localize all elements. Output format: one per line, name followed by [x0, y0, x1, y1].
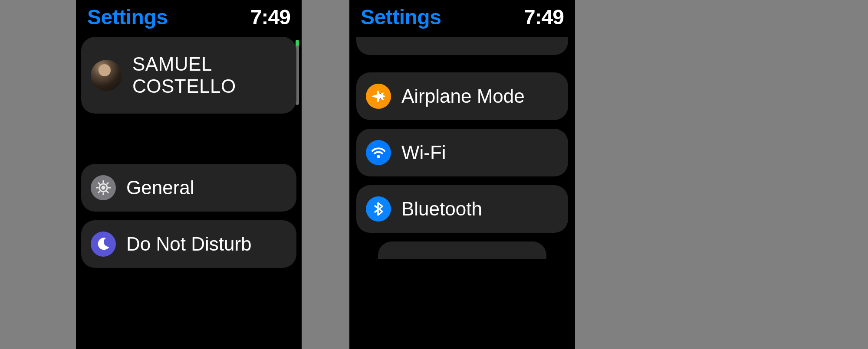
- list-item-peek-top[interactable]: [356, 37, 568, 55]
- svg-line-8: [107, 183, 109, 185]
- item-label: Do Not Disturb: [126, 233, 252, 255]
- scrollbar-thumb[interactable]: [296, 40, 299, 46]
- settings-list: Airplane Mode Wi-Fi Bluetooth: [349, 37, 575, 259]
- avatar: [91, 60, 122, 91]
- item-label: Bluetooth: [401, 198, 482, 220]
- profile-card[interactable]: SAMUEL COSTELLO: [81, 37, 296, 114]
- header-title[interactable]: Settings: [87, 5, 168, 29]
- svg-line-9: [98, 191, 100, 193]
- header: Settings 7:49: [76, 0, 302, 37]
- moon-icon: [91, 232, 116, 257]
- list-item-peek-bottom[interactable]: [378, 241, 546, 259]
- settings-item-airplane[interactable]: Airplane Mode: [356, 72, 568, 120]
- svg-point-10: [377, 155, 380, 158]
- settings-item-bluetooth[interactable]: Bluetooth: [356, 185, 568, 233]
- settings-item-dnd[interactable]: Do Not Disturb: [81, 220, 296, 268]
- wifi-icon: [366, 140, 391, 165]
- header-time: 7:49: [250, 5, 290, 29]
- watch-screen-2: Settings 7:49 Airplane Mode: [349, 0, 575, 349]
- item-label: General: [126, 177, 194, 199]
- header-time: 7:49: [524, 5, 564, 29]
- settings-item-wifi[interactable]: Wi-Fi: [356, 129, 568, 176]
- svg-line-7: [107, 191, 109, 193]
- svg-line-6: [98, 183, 100, 185]
- gear-icon: [91, 175, 116, 200]
- item-label: Wi-Fi: [401, 142, 446, 163]
- watch-screen-1: Settings 7:49 SAMUEL COSTELLO: [76, 0, 302, 349]
- item-label: Airplane Mode: [401, 85, 525, 107]
- bluetooth-icon: [366, 196, 391, 222]
- settings-list: SAMUEL COSTELLO: [76, 37, 302, 268]
- svg-point-1: [102, 186, 105, 189]
- header: Settings 7:49: [349, 0, 575, 37]
- header-title[interactable]: Settings: [361, 5, 441, 29]
- settings-item-general[interactable]: General: [81, 164, 296, 212]
- profile-name: SAMUEL COSTELLO: [132, 53, 236, 97]
- airplane-icon: [366, 84, 391, 109]
